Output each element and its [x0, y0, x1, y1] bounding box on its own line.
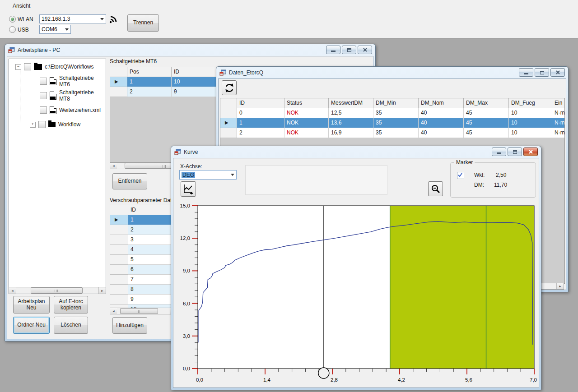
minimize-button[interactable]: [326, 46, 340, 54]
table-row[interactable]: 4: [110, 245, 178, 255]
marker-checkbox[interactable]: [457, 172, 464, 179]
table-cell[interactable]: 35: [373, 128, 419, 138]
daten-titlebar[interactable]: Daten_EtorcQ: [216, 67, 568, 78]
tree-item-weiterziehen[interactable]: Weiterziehen.xml: [40, 105, 101, 115]
scroll-left-arrow[interactable]: ◄: [9, 287, 16, 294]
zoom-button[interactable]: [428, 181, 443, 196]
auf-etorc-kopieren-button[interactable]: Auf E-torc kopieren: [54, 296, 88, 314]
x-achse-combobox[interactable]: DEG: [179, 170, 237, 180]
table-cell[interactable]: NOK: [284, 108, 329, 118]
table-row[interactable]: 7: [110, 275, 178, 285]
table-row[interactable]: 2NOK16,935404510N·m: [220, 128, 564, 138]
column-header[interactable]: Status: [284, 98, 329, 108]
table-cell[interactable]: N·m: [552, 128, 565, 138]
table-row[interactable]: 9: [110, 295, 178, 304]
collapse-icon[interactable]: −: [15, 64, 21, 70]
usb-radio[interactable]: [9, 26, 16, 33]
grid2-horizontal-scrollbar[interactable]: ◄ ►: [110, 308, 177, 314]
row-header[interactable]: [110, 87, 127, 97]
table-cell[interactable]: 10: [509, 118, 552, 128]
arbeitsplaene-titlebar[interactable]: Arbeitspläne - PC: [5, 44, 375, 55]
com-port-combobox[interactable]: COM6: [39, 25, 71, 34]
scroll-left-arrow[interactable]: ◄: [110, 163, 117, 169]
table-cell[interactable]: 16,9: [329, 128, 373, 138]
kurve-titlebar[interactable]: Kurve: [171, 146, 541, 157]
expand-icon[interactable]: +: [30, 122, 36, 128]
column-header[interactable]: Pos: [127, 67, 172, 77]
table-cell[interactable]: 10: [509, 128, 552, 138]
row-header[interactable]: ▶: [220, 118, 237, 128]
table-row[interactable]: ▶1: [110, 215, 178, 225]
row-header[interactable]: [220, 108, 237, 118]
row-header[interactable]: [110, 275, 128, 285]
table-cell[interactable]: 1: [237, 118, 284, 128]
table-cell[interactable]: 2: [127, 87, 172, 97]
table-cell[interactable]: 0: [237, 108, 284, 118]
row-header[interactable]: [110, 265, 128, 275]
table-cell[interactable]: NOK: [284, 118, 329, 128]
wlan-radio[interactable]: [9, 16, 16, 23]
close-button[interactable]: [550, 68, 565, 77]
maximize-button[interactable]: [342, 46, 356, 54]
row-header[interactable]: [110, 235, 128, 245]
menu-ansicht[interactable]: Ansicht: [10, 2, 33, 10]
checkbox[interactable]: [24, 63, 31, 70]
column-header[interactable]: MesswertDM: [329, 98, 373, 108]
column-header[interactable]: DM_Fueg: [509, 98, 552, 108]
row-header[interactable]: ▶: [110, 77, 127, 87]
verschraubparameter-table[interactable]: ID▶12345678910: [110, 205, 178, 309]
arbeitsplan-neu-button[interactable]: Arbeitsplan Neu: [13, 296, 50, 314]
minimize-button[interactable]: [519, 68, 533, 77]
disconnect-button[interactable]: Trennen: [127, 14, 159, 32]
checkbox[interactable]: [40, 78, 47, 85]
maximize-button[interactable]: [535, 68, 549, 77]
table-row[interactable]: 6: [110, 265, 178, 275]
maximize-button[interactable]: [508, 148, 522, 156]
close-button[interactable]: [358, 46, 372, 54]
scroll-left-arrow[interactable]: ◄: [110, 308, 117, 314]
table-row[interactable]: 29: [110, 87, 224, 97]
column-header[interactable]: ID: [237, 98, 284, 108]
row-header[interactable]: [110, 245, 128, 255]
hinzufuegen-button[interactable]: Hinzufügen: [112, 317, 147, 334]
table-row[interactable]: 3: [110, 235, 178, 245]
table-cell[interactable]: N·m: [552, 108, 565, 118]
table-cell[interactable]: 35: [373, 118, 419, 128]
checkbox[interactable]: [40, 106, 47, 114]
table-cell[interactable]: 45: [464, 108, 509, 118]
axis-marker-handle[interactable]: [318, 368, 329, 378]
table-cell[interactable]: 40: [419, 118, 464, 128]
row-header[interactable]: [220, 128, 237, 138]
table-cell[interactable]: 10: [509, 108, 552, 118]
table-cell[interactable]: 45: [464, 128, 509, 138]
tree-item-schaltgetriebe-mt8[interactable]: Schaltgetriebe MT8: [40, 91, 106, 101]
tree-item-schaltgetriebe-mt6[interactable]: Schaltgetriebe MT6: [40, 76, 106, 86]
column-header[interactable]: DM_Min: [373, 98, 419, 108]
tree-horizontal-scrollbar[interactable]: ◄ ►: [9, 287, 106, 294]
tree-item-root[interactable]: − c:\EtorcQ\Workflows: [15, 62, 93, 72]
row-header[interactable]: [110, 295, 128, 304]
table-cell[interactable]: 12,5: [329, 108, 373, 118]
ip-address-combobox[interactable]: 192.168.1.3: [39, 14, 106, 23]
row-header[interactable]: [110, 285, 128, 295]
table-cell[interactable]: 2: [237, 128, 284, 138]
column-header[interactable]: DM_Max: [464, 98, 509, 108]
show-curve-button[interactable]: [181, 181, 196, 197]
tree-item-workflow[interactable]: + Workflow: [30, 120, 80, 129]
minimize-button[interactable]: [492, 148, 506, 156]
close-button[interactable]: [523, 148, 538, 156]
table-row[interactable]: 2: [110, 225, 178, 235]
checkbox[interactable]: [38, 121, 46, 128]
table-row[interactable]: 5: [110, 255, 178, 265]
entfernen-button[interactable]: Entfernen: [112, 173, 147, 189]
table-row[interactable]: 0NOK12,535404510N·m: [220, 108, 564, 118]
table-row[interactable]: 8: [110, 285, 178, 295]
workflow-treeview[interactable]: − c:\EtorcQ\Workflows Schaltgetriebe MT6…: [9, 59, 106, 294]
table-cell[interactable]: 13,6: [329, 118, 373, 128]
scroll-right-arrow[interactable]: ►: [556, 283, 564, 289]
table-cell[interactable]: N·m: [552, 118, 565, 128]
checkbox[interactable]: [40, 92, 47, 99]
table-row[interactable]: ▶110: [110, 77, 224, 87]
refresh-button[interactable]: [222, 80, 237, 95]
column-header[interactable]: DM_Nom: [419, 98, 464, 108]
